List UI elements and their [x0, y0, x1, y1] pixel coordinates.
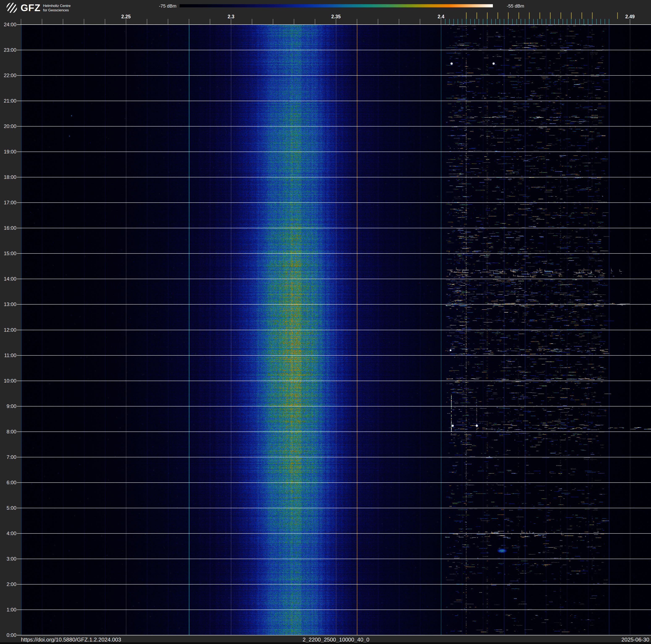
ble-channel-tick — [554, 19, 555, 25]
ble-channel-tick — [508, 19, 508, 25]
hour-gridline — [17, 228, 651, 228]
time-label-2200: 22:00 — [0, 72, 17, 79]
freq-minor-tick — [315, 19, 315, 25]
wifi-channel-tick — [508, 12, 508, 19]
time-label-1700: 17:00 — [0, 200, 17, 206]
freq-minor-tick — [168, 19, 168, 25]
freq-minor-tick — [336, 19, 336, 25]
freq-minor-tick — [189, 19, 189, 25]
logo-org-text: GFZ — [21, 2, 40, 13]
hour-gridline — [17, 381, 651, 381]
time-label-800: 8:00 — [0, 429, 17, 435]
freq-label-2.49: 2.49 — [617, 14, 643, 20]
ble-channel-tick — [474, 19, 475, 25]
footer-filename: 2_2200_2500_10000_40_0 — [126, 637, 546, 643]
freq-minor-tick — [231, 19, 231, 25]
ble-channel-tick — [604, 19, 605, 25]
freq-label-2.3: 2.3 — [218, 14, 244, 20]
ble-channel-tick — [504, 19, 504, 25]
hour-gridline — [17, 482, 651, 483]
hour-gridline — [17, 279, 651, 279]
hour-gridline — [17, 457, 651, 457]
time-label-2000: 20:00 — [0, 123, 17, 129]
ble-channel-tick — [495, 19, 496, 25]
time-label-300: 3:00 — [0, 556, 17, 562]
freq-label-2.4: 2.4 — [428, 14, 454, 20]
hour-gridline — [17, 559, 651, 559]
ble-channel-tick — [454, 19, 454, 25]
power-colorbar — [180, 4, 493, 7]
colorbar-max-label: -55 dBm — [507, 3, 549, 9]
hour-gridline — [17, 304, 651, 304]
ble-channel-tick — [529, 19, 529, 25]
time-label-1600: 16:00 — [0, 225, 17, 231]
freq-minor-tick — [42, 19, 42, 25]
wifi-channel-tick — [466, 12, 467, 19]
time-label-1100: 11:00 — [0, 352, 17, 358]
wifi-channel-tick — [550, 12, 551, 19]
ble-channel-tick — [558, 19, 559, 25]
freq-label-2.35: 2.35 — [323, 14, 349, 20]
gfz-logo: GFZ Helmholtz Centre for Geosciences — [6, 2, 70, 14]
hour-gridline — [17, 253, 651, 254]
freq-minor-tick — [399, 19, 399, 25]
logo-subtitle: Helmholtz Centre for Geosciences — [43, 4, 70, 12]
spectrogram-page: GFZ Helmholtz Centre for Geosciences -75… — [0, 0, 651, 644]
hour-gridline — [17, 24, 651, 25]
freq-minor-tick — [147, 19, 147, 25]
freq-minor-tick — [357, 19, 357, 25]
hour-gridline — [17, 533, 651, 534]
freq-label-2.25: 2.25 — [114, 14, 138, 20]
ble-channel-tick — [592, 19, 592, 25]
time-label-1300: 13:00 — [0, 301, 17, 307]
freq-minor-tick — [126, 19, 126, 25]
freq-minor-tick — [441, 19, 441, 25]
ble-channel-tick — [567, 19, 567, 25]
time-label-500: 5:00 — [0, 505, 17, 511]
wifi-channel-tick — [476, 12, 477, 19]
hour-gridline — [17, 635, 651, 635]
wifi-channel-tick — [592, 12, 593, 19]
ble-channel-tick — [584, 19, 584, 25]
freq-minor-tick — [294, 19, 294, 25]
colorbar-min-label: -75 dBm — [147, 3, 177, 9]
hour-gridline — [17, 151, 651, 152]
ble-channel-tick — [521, 19, 521, 25]
ble-channel-tick — [579, 19, 580, 25]
wifi-channel-tick — [539, 12, 540, 19]
ble-channel-tick — [537, 19, 538, 25]
time-label-400: 4:00 — [0, 530, 17, 536]
time-label-2400: 24:00 — [0, 22, 17, 28]
freq-minor-tick — [273, 19, 273, 25]
footer-doi: https://doi.org/10.5880/GFZ.1.2.2024.003 — [21, 637, 121, 643]
freq-minor-tick — [210, 19, 210, 25]
freq-minor-tick — [105, 19, 105, 25]
ble-channel-tick — [517, 19, 517, 25]
freq-minor-tick — [63, 19, 63, 25]
ble-channel-tick — [462, 19, 462, 25]
ble-channel-tick — [500, 19, 500, 25]
ble-channel-tick — [571, 19, 571, 25]
ble-channel-tick — [449, 19, 450, 25]
ble-channel-tick — [600, 19, 601, 25]
freq-minor-tick — [630, 19, 630, 25]
time-label-1400: 14:00 — [0, 276, 17, 282]
hour-gridline — [17, 126, 651, 126]
freq-minor-tick — [21, 19, 21, 25]
freq-minor-tick — [252, 19, 252, 25]
gfz-globe-icon — [6, 2, 18, 14]
time-label-2300: 23:00 — [0, 47, 17, 53]
time-label-1200: 12:00 — [0, 327, 17, 333]
logo-subtitle-line2: for Geosciences — [43, 8, 69, 12]
freq-minor-tick — [420, 19, 420, 25]
wifi-channel-tick — [560, 12, 561, 19]
wifi-channel-tick — [529, 12, 530, 19]
hour-gridline — [17, 50, 651, 50]
footer-date: 2025-06-30 — [546, 637, 649, 643]
ble-channel-tick — [478, 19, 479, 25]
ble-channel-tick — [550, 19, 550, 25]
ble-channel-tick — [596, 19, 597, 25]
hour-gridline — [17, 584, 651, 585]
hour-gridline — [17, 101, 651, 101]
hour-gridline — [17, 406, 651, 407]
